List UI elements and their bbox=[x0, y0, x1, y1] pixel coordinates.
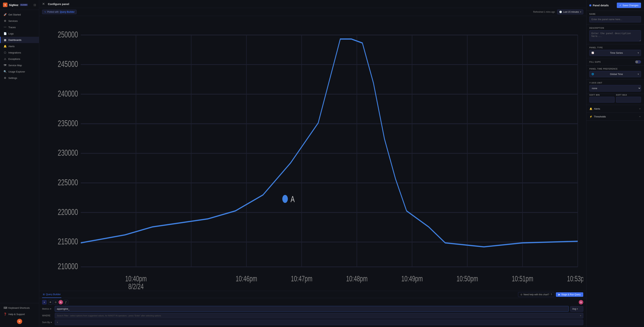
rocket-icon: 🚀 bbox=[4, 13, 6, 16]
query-expand-btn[interactable]: ▾ bbox=[42, 300, 46, 304]
panel-desc-input[interactable] bbox=[590, 30, 641, 41]
toggle-thumb bbox=[636, 61, 638, 63]
sidebar-item-logs[interactable]: 📄 Logs bbox=[0, 30, 39, 37]
sidebar-item-service-map[interactable]: 🗺 Service Map bbox=[0, 62, 39, 68]
sidebar-label-dashboards: Dashboards bbox=[8, 39, 22, 41]
query-row-header: ▾ 👁 ⊡ A ƒ A bbox=[42, 300, 583, 304]
metrics-text: Metrics bbox=[42, 308, 50, 310]
soft-min-input[interactable] bbox=[590, 97, 614, 103]
chevron-down-where: ▾ bbox=[580, 314, 581, 317]
plotted-badge: ↪ Plotted with Query Builder bbox=[42, 10, 76, 14]
rp-name-label: NAME bbox=[590, 13, 641, 15]
fill-gaps-row: FILL GAPS bbox=[586, 58, 644, 66]
svg-text:250000: 250000 bbox=[58, 30, 78, 40]
help-chart-button[interactable]: ⊙ Need help with this chart? ? bbox=[518, 292, 554, 297]
agg-label: Avg bbox=[572, 308, 576, 310]
alerts-label: Alerts bbox=[594, 107, 600, 110]
tab-query-builder[interactable]: ⊞ Query Builder bbox=[42, 291, 61, 298]
alerts-expandable[interactable]: 🔔 Alerts ＋ bbox=[586, 105, 644, 113]
user-avatar[interactable]: U bbox=[17, 319, 22, 324]
y-axis-unit-select[interactable]: none bbox=[590, 85, 641, 92]
panel-time-value: Global Time bbox=[610, 73, 623, 76]
chevron-down-metrics: ▾ bbox=[50, 308, 51, 310]
chevron-down-agg: ▾ bbox=[577, 308, 578, 310]
sidebar-item-usage-explorer[interactable]: 🔍 Usage Explorer bbox=[0, 68, 39, 75]
sidebar-item-traces[interactable]: 〰 Traces bbox=[0, 24, 39, 30]
logo-text: SigNoz bbox=[9, 3, 18, 7]
thresholds-icon: ⚡ bbox=[590, 115, 592, 118]
refreshed-text: Refreshed 1 mins ago bbox=[533, 11, 555, 13]
query-label-a: A bbox=[58, 300, 63, 304]
stage-run-label: Stage & Run Query bbox=[561, 293, 581, 296]
fill-gaps-label: FILL GAPS bbox=[590, 61, 601, 63]
soft-max-label: SOFT MAX bbox=[616, 94, 641, 96]
svg-text:10:46pm: 10:46pm bbox=[236, 274, 257, 283]
stage-run-button[interactable]: ▶ Stage & Run Query bbox=[556, 292, 583, 297]
chart-svg: 250000 245000 240000 235000 230000 22500… bbox=[42, 19, 583, 291]
minmax-row: SOFT MIN SOFT MAX bbox=[586, 94, 644, 105]
query-copy-btn[interactable]: ⊡ bbox=[53, 300, 58, 304]
soft-max-input[interactable] bbox=[616, 97, 641, 103]
formula-icon: ƒ bbox=[65, 301, 67, 304]
sidebar-item-help-support[interactable]: ❓ Help & Support bbox=[0, 311, 39, 317]
query-formula-btn[interactable]: ƒ bbox=[64, 300, 68, 304]
play-icon: ▶ bbox=[558, 293, 560, 296]
where-input[interactable]: Search Filter : select options from sugg… bbox=[55, 313, 583, 318]
metrics-row: Metrics ▾ Avg ▾ appengine_googleapis_com… bbox=[42, 306, 583, 312]
metrics-input[interactable] bbox=[55, 306, 569, 312]
alerts-bell-icon: 🔔 bbox=[590, 107, 592, 110]
sumby-text: Sum By bbox=[42, 321, 50, 324]
svg-text:240000: 240000 bbox=[58, 89, 78, 99]
query-visibility-btn[interactable]: 👁 bbox=[48, 300, 52, 304]
exceptions-icon: ⚠ bbox=[4, 58, 6, 60]
svg-text:10:50pm: 10:50pm bbox=[456, 274, 478, 283]
globe-icon: 🌐 bbox=[592, 73, 594, 75]
sidebar-item-settings[interactable]: ⚙ Settings bbox=[0, 75, 39, 81]
sidebar-item-dashboards[interactable]: ▦ Dashboards bbox=[0, 37, 39, 43]
help-circle-icon: ⊙ bbox=[520, 293, 522, 296]
cloud-badge: CLOUD bbox=[20, 4, 28, 6]
close-button[interactable]: ✕ bbox=[42, 2, 45, 6]
thresholds-expandable[interactable]: ⚡ Thresholds ＋ bbox=[586, 113, 644, 121]
panel-type-select[interactable]: 📈 Time Series ▾ bbox=[590, 50, 641, 56]
traces-icon: 〰 bbox=[4, 26, 6, 29]
sidebar-toggle[interactable]: ⊟ bbox=[34, 3, 36, 7]
rp-name-section: NAME bbox=[586, 11, 644, 25]
thresholds-label: Thresholds bbox=[594, 115, 606, 118]
sumby-select[interactable]: ▾ bbox=[55, 319, 583, 325]
svg-text:10:48pm: 10:48pm bbox=[346, 274, 368, 283]
svg-text:A: A bbox=[290, 194, 294, 204]
clock-icon: 🕐 bbox=[559, 11, 562, 13]
panel-time-select[interactable]: 🌐 Global Time ▾ bbox=[590, 71, 641, 77]
where-placeholder: Search Filter : select options from sugg… bbox=[57, 314, 161, 317]
sidebar-nav: 🚀 Get Started ⚙ Services 〰 Traces 📄 Logs… bbox=[0, 10, 39, 303]
panel-type-value: Time Series bbox=[610, 52, 623, 54]
panel-name-input[interactable] bbox=[590, 16, 641, 22]
time-selector[interactable]: 🕐 Last 15 minutes ▾ bbox=[557, 10, 583, 14]
svg-text:230000: 230000 bbox=[58, 148, 78, 158]
soft-min-item: SOFT MIN bbox=[590, 94, 614, 103]
sidebar-label-help-support: Help & Support bbox=[8, 313, 25, 316]
question-icon: ? bbox=[551, 293, 552, 296]
sidebar-item-exceptions[interactable]: ⚠ Exceptions bbox=[0, 56, 39, 62]
rp-axis-unit-section: Y AXIS UNIT none bbox=[586, 80, 644, 94]
sidebar-item-get-started[interactable]: 🚀 Get Started bbox=[0, 11, 39, 18]
svg-text:210000: 210000 bbox=[58, 261, 78, 271]
rp-panel-type-section: PANEL TYPE 📈 Time Series ▾ bbox=[586, 44, 644, 58]
sidebar-item-alerts[interactable]: 🔔 Alerts bbox=[0, 43, 39, 49]
service-map-icon: 🗺 bbox=[4, 64, 6, 67]
fill-gaps-toggle[interactable] bbox=[635, 60, 641, 64]
save-changes-button[interactable]: ✓ Save Changes bbox=[617, 3, 641, 8]
help-icon: ❓ bbox=[4, 313, 6, 316]
alerts-label-row: 🔔 Alerts bbox=[590, 107, 600, 110]
logs-icon: 📄 bbox=[4, 32, 6, 35]
sumby-label: Sum By ▾ bbox=[42, 321, 53, 324]
agg-select[interactable]: Avg ▾ bbox=[570, 306, 583, 312]
metrics-input-wrap bbox=[55, 306, 569, 312]
sidebar-item-keyboard-shortcuts[interactable]: ⌨ Keyboard Shortcuts bbox=[0, 305, 39, 311]
sidebar-label-integrations: Integrations bbox=[8, 51, 21, 54]
sidebar-item-integrations[interactable]: ⬡ Integrations bbox=[0, 49, 39, 56]
help-chart-label: Need help with this chart? bbox=[524, 293, 549, 296]
sidebar-item-services[interactable]: ⚙ Services bbox=[0, 18, 39, 24]
rp-panel-time-label: PANEL TIME PREFERENCE bbox=[590, 68, 641, 70]
